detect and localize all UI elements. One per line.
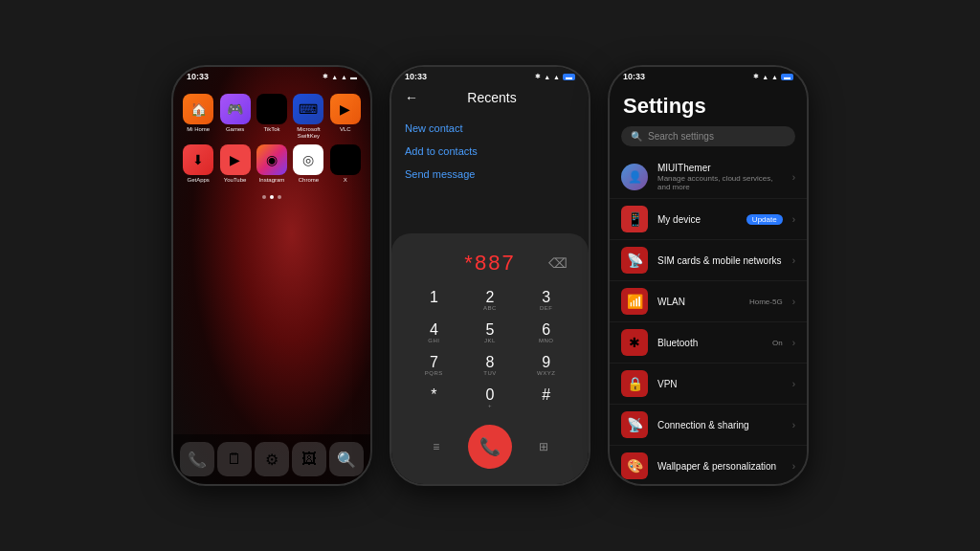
key-9[interactable]: 9WXYZ (519, 350, 573, 381)
settings-item-wallpaper[interactable]: 🎨 Wallpaper & personalization › (610, 446, 807, 484)
app-x[interactable]: ✕ X (330, 144, 361, 184)
dot-1 (262, 195, 266, 199)
status-time-1: 10:33 (187, 72, 209, 81)
settings-item-device[interactable]: 📱 My device Update › (610, 199, 807, 240)
mi-home-icon: 🏠 (183, 94, 213, 124)
youtube-icon: ▶ (220, 144, 251, 175)
app-instagram-label: Instagram (259, 177, 285, 184)
key-6[interactable]: 6MNO (519, 318, 573, 348)
settings-search-bar[interactable]: 🔍 Search settings (621, 126, 795, 146)
key-2[interactable]: 2ABC (463, 285, 518, 316)
battery-icon-2: ▬ (563, 74, 575, 80)
chrome-icon: ◎ (293, 144, 323, 175)
app-chrome-label: Chrome (299, 177, 319, 184)
sim-title: SIM cards & mobile networks (657, 255, 783, 266)
app-getapps[interactable]: ⬇ GetApps (183, 144, 213, 184)
dock-settings[interactable]: ⚙ (255, 442, 289, 476)
add-to-contacts-btn[interactable]: Add to contacts (405, 142, 575, 161)
device-chevron: › (792, 214, 795, 225)
settings-item-sim[interactable]: 📡 SIM cards & mobile networks › (610, 240, 807, 281)
settings-item-vpn[interactable]: 🔒 VPN › (610, 364, 807, 405)
signal-icon: ▲ (331, 74, 338, 80)
key-7[interactable]: 7PQRS (407, 350, 461, 381)
settings-screen: 10:33 ✱ ▲ ▲ ▬ Settings 🔍 Search settings (610, 67, 807, 484)
sim-chevron: › (792, 255, 795, 266)
wlan-icon: 📶 (621, 288, 648, 315)
bluetooth-icon-s: ✱ (621, 329, 648, 356)
app-getapps-label: GetApps (188, 177, 210, 184)
phone-home: 10:33 ✱ ▲ ▲ ▬ 🏠 Mi Home 🎮 (171, 65, 372, 486)
dialpad-menu-btn[interactable]: ≡ (421, 431, 452, 462)
wlan-title: WLAN (657, 297, 740, 307)
themer-subtitle: Manage accounts, cloud services, and mor… (657, 174, 783, 191)
app-mi-home[interactable]: 🏠 Mi Home (183, 94, 213, 139)
settings-item-themer[interactable]: 👤 MIUIThemer Manage accounts, cloud serv… (610, 156, 807, 199)
app-tiktok-label: TikTok (263, 126, 279, 133)
key-3[interactable]: 3DEF (519, 285, 573, 316)
wlan-content: WLAN (657, 297, 740, 307)
bluetooth-right: On (772, 339, 783, 347)
key-1[interactable]: 1 (407, 285, 461, 316)
dialer-actions: ≡ 📞 ⊞ (399, 417, 581, 473)
keypad-btn[interactable]: ⊞ (528, 431, 559, 462)
dock-gallery[interactable]: 🖼 (292, 442, 326, 476)
key-star[interactable]: * (407, 383, 461, 413)
themer-title: MIUIThemer (657, 163, 783, 173)
wallpaper-title: Wallpaper & personalization (657, 461, 783, 472)
dock-notes[interactable]: 🗒 (217, 442, 252, 476)
settings-content: Settings 🔍 Search settings 👤 MIUIThemer … (610, 67, 807, 484)
wallpaper-chevron: › (792, 461, 795, 472)
connection-icon: 📡 (621, 411, 648, 438)
home-bg: 10:33 ✱ ▲ ▲ ▬ 🏠 Mi Home 🎮 (173, 67, 370, 484)
dock-phone[interactable]: 📞 (180, 442, 214, 476)
new-contact-btn[interactable]: New contact (405, 119, 575, 138)
themer-chevron: › (792, 172, 795, 183)
bluetooth-title: Bluetooth (657, 338, 763, 348)
app-vlc[interactable]: ▶ VLC (330, 94, 361, 139)
send-message-btn[interactable]: Send message (405, 165, 575, 184)
app-swiftkey[interactable]: ⌨ Microsoft SwiftKey (293, 94, 323, 139)
back-button[interactable]: ← (405, 90, 418, 105)
key-0[interactable]: 0+ (463, 383, 518, 413)
vpn-content: VPN (657, 379, 783, 389)
settings-item-bluetooth[interactable]: ✱ Bluetooth On › (610, 322, 807, 364)
settings-item-connection[interactable]: 📡 Connection & sharing › (610, 405, 807, 446)
connection-content: Connection & sharing (657, 420, 783, 430)
home-dock: 📞 🗒 ⚙ 🖼 🔍 (173, 434, 370, 484)
status-icons-2: ✱ ▲ ▲ ▬ (535, 73, 575, 80)
dialer-keypad: 1 2ABC 3DEF 4GHI 5JKL 6MNO 7PQRS 8TUV 9W… (399, 281, 581, 417)
app-tiktok[interactable]: ♪ TikTok (256, 94, 287, 139)
settings-item-wlan[interactable]: 📶 WLAN Home-5G › (610, 281, 807, 322)
app-youtube[interactable]: ▶ YouTube (219, 144, 250, 184)
status-icons-1: ✱ ▲ ▲ ▬ (323, 73, 357, 80)
app-chrome[interactable]: ◎ Chrome (293, 144, 323, 184)
backspace-btn[interactable]: ⌫ (548, 255, 568, 271)
signal-icon-2: ▲ (544, 74, 550, 80)
bluetooth-icon: ✱ (323, 73, 328, 80)
device-icon: 📱 (621, 206, 648, 232)
games-icon: 🎮 (220, 94, 251, 124)
key-8[interactable]: 8TUV (463, 350, 518, 381)
dot-3 (278, 195, 281, 199)
app-instagram[interactable]: ◉ Instagram (256, 144, 287, 184)
tiktok-icon: ♪ (256, 94, 287, 124)
connection-chevron: › (792, 420, 795, 430)
call-btn[interactable]: 📞 (468, 425, 512, 469)
key-hash[interactable]: # (519, 383, 573, 413)
key-5[interactable]: 5JKL (463, 318, 518, 348)
dialer-bg: 10:33 ✱ ▲ ▲ ▬ ← Recents New contact (391, 67, 589, 484)
app-x-label: X (344, 177, 347, 184)
dock-camera[interactable]: 🔍 (329, 442, 364, 476)
wifi-icon-3: ▲ (771, 74, 778, 80)
app-games[interactable]: 🎮 Games (219, 94, 250, 139)
key-4[interactable]: 4GHI (407, 318, 461, 348)
wlan-right: Home-5G (749, 298, 783, 306)
app-games-label: Games (226, 126, 244, 133)
dialer-screen: 10:33 ✱ ▲ ▲ ▬ ← Recents New contact (391, 67, 589, 484)
settings-title: Settings (610, 90, 807, 126)
device-right: Update (746, 214, 783, 225)
phones-container: 10:33 ✱ ▲ ▲ ▬ 🏠 Mi Home 🎮 (162, 55, 818, 496)
app-swiftkey-label: Microsoft SwiftKey (293, 126, 323, 139)
connection-title: Connection & sharing (657, 420, 783, 430)
wifi-icon: ▲ (341, 74, 347, 80)
